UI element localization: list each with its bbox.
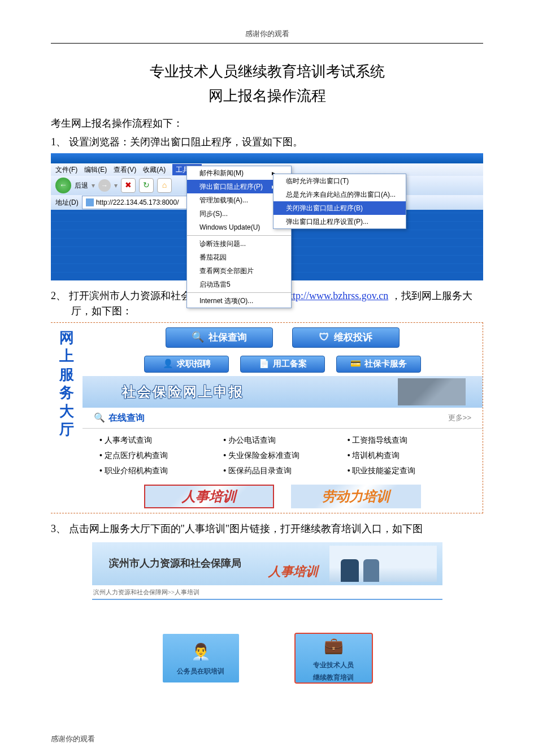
menu-diag[interactable]: 诊断连接问题... [187, 237, 291, 250]
query-item[interactable]: 培训机构查询 [348, 450, 466, 461]
breadcrumb: 滨州人力资源和社会保障网>>人事培训 [92, 585, 442, 601]
doc-title-1: 专业技术人员继续教育培训考试系统 [51, 61, 483, 83]
query-item[interactable]: 工资指导线查询 [348, 434, 466, 446]
btn-qzzp[interactable]: 👤求职招聘 [144, 356, 229, 373]
popup-submenu: 临时允许弹出窗口(T) 总是允许来自此站点的弹出窗口(A)... 关闭弹出窗口阻… [273, 174, 406, 229]
address-label: 地址(D) [55, 197, 79, 208]
query-item[interactable]: 定点医疗机构查询 [99, 450, 218, 461]
btn-rscn[interactable]: 人事培训 [144, 485, 274, 508]
refresh-button[interactable]: ↻ [139, 178, 154, 193]
submenu-close[interactable]: 关闭弹出窗口阻止程序(B) [273, 201, 406, 215]
card-icon: 💳 [350, 357, 361, 370]
query-item[interactable]: 人事考试查询 [99, 434, 218, 446]
step-3: 3、 点击网上服务大厅下面的"人事培训"图片链接，打开继续教育培训入口，如下图 [51, 521, 483, 537]
submenu-allow-site[interactable]: 总是允许来自此站点的弹出窗口(A)... [273, 188, 406, 201]
home-button[interactable]: ⌂ [157, 178, 172, 193]
person-icon: 👤 [163, 357, 173, 370]
banner-photo [398, 378, 466, 405]
btn-shcx[interactable]: 🔍社保查询 [166, 327, 273, 348]
stop-button[interactable]: ✖ [121, 178, 136, 193]
more-link[interactable]: 更多>> [448, 412, 471, 424]
forward-button[interactable]: → [98, 179, 111, 192]
portal3-sub: 人事培训 [268, 562, 318, 581]
portal3-title: 滨州市人力资源和社会保障局 [109, 556, 241, 571]
doc-icon: 📄 [259, 357, 270, 370]
submenu-allow-temp[interactable]: 临时允许弹出窗口(T) [273, 174, 406, 188]
btn-sbk[interactable]: 💳社保卡服务 [336, 356, 421, 373]
header-thanks: 感谢你的观看 [51, 28, 483, 40]
btn-ldlpx[interactable]: 劳动力培训 [291, 485, 421, 508]
page-icon [86, 198, 94, 206]
query-grid: 人事考试查询 办公电话查询 工资指导线查询 定点医疗机构查询 失业保险金标准查询… [83, 429, 483, 482]
banner-text: 社会保险网上申报 [122, 382, 244, 402]
query-item[interactable]: 办公电话查询 [223, 434, 341, 446]
menu-fav[interactable]: 收藏(A) [143, 165, 166, 175]
menu-file[interactable]: 文件(F) [55, 165, 77, 175]
portal-side-label: 网 上 服 务 大 厅 [51, 323, 83, 513]
submenu-settings[interactable]: 弹出窗口阻止程序设置(P)... [273, 215, 406, 228]
back-label: 后退 [75, 180, 88, 191]
training-portal-screenshot: 滨州市人力资源和社会保障局 人事培训 滨州人力资源和社会保障网>>人事培训 👨‍… [92, 542, 442, 717]
user-icon: 👨‍💼 [191, 640, 211, 664]
briefcase-icon: 💼 [324, 634, 344, 658]
menu-view[interactable]: 查看(V) [114, 165, 136, 175]
header-hr [51, 43, 483, 44]
search-icon: 🔍 [192, 330, 204, 345]
menu-xunlei[interactable]: 启动迅雷5 [187, 278, 291, 291]
step-1: 1、 设置浏览器：关闭弹出窗口阻止程序，设置如下图。 [51, 135, 483, 150]
shield-icon: 🛡 [319, 330, 329, 345]
people-illustration [329, 546, 437, 582]
menu-edit[interactable]: 编辑(E) [84, 165, 107, 175]
menu-tomato[interactable]: 番茄花园 [187, 250, 291, 264]
browser-screenshot: 文件(F) 编辑(E) 查看(V) 收藏(A) 工具(T) 帮助(H) ← 后退… [51, 153, 483, 280]
magnifier-icon: 🔍 [94, 411, 105, 425]
bzhrss-link[interactable]: http://www.bzhrss.gov.cn [285, 290, 388, 301]
query-item[interactable]: 职业介绍机构查询 [99, 465, 218, 477]
query-item[interactable]: 失业保险金标准查询 [223, 450, 341, 461]
online-query-header: 🔍在线查询 更多>> [83, 408, 483, 429]
back-button[interactable]: ← [55, 178, 71, 193]
portal-screenshot: 网 上 服 务 大 厅 🔍社保查询 🛡维权投诉 👤求职招聘 📄用工备案 💳社保卡… [51, 322, 483, 513]
tile-civil-servant[interactable]: 👨‍💼 公务员在职培训 [163, 634, 239, 682]
footer-thanks: 感谢你的观看 [51, 733, 483, 745]
title-bar [51, 153, 483, 163]
doc-title-2: 网上报名操作流程 [51, 85, 483, 107]
tile-pro-tech[interactable]: 💼 专业技术人员 继续教育培训 [296, 634, 372, 682]
url-text: http://222.134.45.173:8000/ [96, 197, 179, 208]
intro-text: 考生网上报名操作流程如下： [51, 116, 483, 131]
btn-ygba[interactable]: 📄用工备案 [240, 356, 325, 373]
menu-viewall[interactable]: 查看网页全部图片 [187, 264, 291, 278]
menu-internet[interactable]: Internet 选项(O)... [187, 294, 291, 308]
query-item[interactable]: 职业技能鉴定查询 [348, 465, 466, 477]
btn-wqts[interactable]: 🛡维权投诉 [292, 327, 400, 348]
query-item[interactable]: 医保药品目录查询 [223, 465, 341, 477]
portal-banner[interactable]: 社会保险网上申报 [83, 376, 483, 408]
